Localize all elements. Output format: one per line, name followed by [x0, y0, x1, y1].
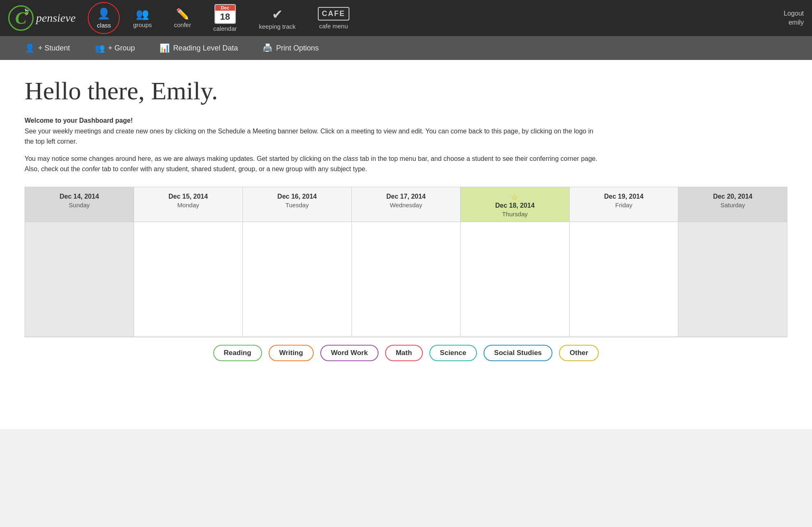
welcome-confer-em: confer: [82, 165, 100, 172]
day-header-tuesday: Dec 16, 2014Tuesday: [243, 187, 352, 222]
reading-level-data-button[interactable]: 📊 Reading Level Data: [160, 43, 238, 53]
logo[interactable]: C 🍃 pensieve: [8, 5, 75, 31]
nav-calendar[interactable]: Dec 18 calendar: [204, 1, 246, 35]
reading-level-icon: 📊: [160, 43, 170, 53]
print-options-label: Print Options: [276, 44, 319, 53]
welcome-line2-suffix: tab to confer with any student, shared s…: [100, 165, 367, 172]
day-header-monday: Dec 15, 2014Monday: [134, 187, 243, 222]
welcome-text: Welcome to your Dashboard page! See your…: [25, 115, 599, 174]
confer-icon: ✏️: [176, 8, 189, 21]
groups-label: groups: [133, 21, 152, 28]
add-group-icon: 👥: [95, 43, 105, 53]
day-cell-monday[interactable]: [134, 222, 243, 337]
keeping-track-icon: ✔: [272, 7, 283, 22]
logo-leaf-icon: 🍃: [23, 8, 30, 15]
greeting-heading: Hello there, Emily.: [25, 76, 787, 105]
welcome-bold: Welcome to your Dashboard page!: [25, 117, 133, 124]
keeping-track-label: keeping track: [259, 23, 296, 30]
day-header-wednesday: Dec 17, 2014Wednesday: [351, 187, 461, 222]
username-display: emily: [789, 19, 804, 26]
day-header-saturday: Dec 20, 2014Saturday: [678, 187, 787, 222]
logo-circle: C 🍃: [8, 5, 34, 31]
legend-pill-other[interactable]: Other: [559, 345, 599, 361]
legend-pill-wordwork[interactable]: Word Work: [320, 345, 379, 361]
cafe-icon: CAFE: [318, 7, 349, 21]
logout-link[interactable]: Logout: [784, 10, 804, 17]
print-options-button[interactable]: 🖨️ Print Options: [262, 43, 319, 53]
legend-pill-math[interactable]: Math: [385, 345, 423, 361]
add-group-label: + Group: [108, 44, 135, 53]
calendar-day: 18: [215, 11, 235, 23]
calendar-icon: Dec 18: [214, 4, 236, 24]
legend-pill-science[interactable]: Science: [429, 345, 477, 361]
confer-label: confer: [174, 21, 191, 28]
day-cell-friday[interactable]: [569, 222, 678, 337]
welcome-line2-prefix: You may notice some changes around here,…: [25, 155, 343, 162]
welcome-line1: See your weekly meetings and create new …: [25, 128, 593, 145]
reading-level-label: Reading Level Data: [173, 44, 238, 53]
day-header-sunday: Dec 14, 2014Sunday: [25, 187, 134, 222]
nav-right: Logout emily: [784, 10, 804, 26]
nav-keeping-track[interactable]: ✔ keeping track: [250, 3, 305, 33]
sub-navigation: 👤 + Student 👥 + Group 📊 Reading Level Da…: [0, 36, 812, 60]
day-cell-tuesday[interactable]: [243, 222, 352, 337]
legend-pill-reading[interactable]: Reading: [213, 345, 262, 361]
logo-text: pensieve: [36, 11, 75, 25]
legend-bar: ReadingWritingWord WorkMathScienceSocial…: [25, 337, 787, 366]
legend-pill-writing[interactable]: Writing: [269, 345, 314, 361]
day-header-friday: Dec 19, 2014Friday: [569, 187, 678, 222]
nav-cafe-menu[interactable]: CAFE cafe menu: [309, 4, 358, 33]
day-header-thursday: ☆Dec 18, 2014Thursday: [461, 187, 570, 222]
main-content: Hello there, Emily. Welcome to your Dash…: [0, 60, 812, 429]
class-icon: 👤: [97, 7, 110, 20]
add-group-button[interactable]: 👥 + Group: [95, 43, 135, 53]
add-student-button[interactable]: 👤 + Student: [25, 43, 70, 53]
welcome-class-em: class: [343, 155, 358, 162]
calendar-label: calendar: [213, 25, 237, 32]
nav-items: 👤 class 👥 groups ✏️ confer Dec 18 calend…: [88, 1, 784, 35]
top-navigation: C 🍃 pensieve 👤 class 👥 groups ✏️ confer …: [0, 0, 812, 36]
groups-icon: 👥: [136, 8, 149, 21]
nav-confer[interactable]: ✏️ confer: [165, 5, 200, 32]
nav-groups[interactable]: 👥 groups: [124, 5, 161, 32]
cafe-menu-label: cafe menu: [319, 23, 348, 30]
class-label: class: [97, 22, 111, 29]
print-icon: 🖨️: [262, 43, 273, 53]
legend-pill-socialstudies[interactable]: Social Studies: [484, 345, 552, 361]
day-cell-sunday[interactable]: [25, 222, 134, 337]
nav-class[interactable]: 👤 class: [88, 2, 120, 34]
calendar-month: Dec: [215, 5, 235, 11]
weekly-calendar: Dec 14, 2014SundayDec 15, 2014MondayDec …: [25, 187, 787, 337]
day-cell-wednesday[interactable]: [351, 222, 461, 337]
add-student-label: + Student: [38, 44, 70, 53]
day-cell-thursday[interactable]: [461, 222, 570, 337]
add-student-icon: 👤: [25, 43, 35, 53]
day-cell-saturday[interactable]: [678, 222, 787, 337]
